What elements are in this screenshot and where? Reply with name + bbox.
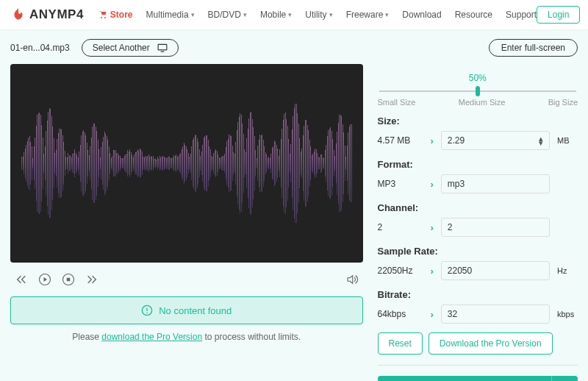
navbar: ANYMP4 Store Multimedia▾ BD/DVD▾ Mobile▾… — [0, 0, 588, 30]
format-label: Format: — [378, 159, 578, 170]
bitrate-input[interactable]: 32 — [441, 305, 550, 324]
slider-thumb[interactable] — [476, 86, 480, 96]
channel-input[interactable]: 2 — [441, 218, 550, 237]
stepper-icon[interactable]: ▴▾ — [539, 136, 543, 145]
action-row: Reset Download the Pro Version — [378, 332, 578, 355]
nav-freeware[interactable]: Freeware▾ — [346, 10, 390, 20]
nav-bddvd[interactable]: BD/DVD▾ — [208, 10, 247, 20]
player-controls — [10, 263, 363, 296]
chevron-down-icon: ▾ — [243, 11, 247, 18]
login-button[interactable]: Login — [537, 6, 580, 24]
save-button[interactable]: Save — [378, 376, 578, 381]
chevron-down-icon: ▾ — [329, 11, 333, 18]
size-label: Size: — [378, 115, 578, 127]
samplerate-row: 22050Hz › 22050 Hz — [378, 261, 578, 280]
samplerate-input[interactable]: 22050 — [441, 261, 550, 280]
select-another-button[interactable]: Select Another — [82, 39, 179, 57]
logo[interactable]: ANYMP4 — [10, 7, 84, 23]
chevron-down-icon: ▾ — [385, 11, 389, 18]
svg-point-7 — [146, 313, 148, 314]
nav-support[interactable]: Support — [506, 10, 537, 20]
channel-row: 2 › 2 — [378, 218, 578, 237]
nav-multimedia[interactable]: Multimedia▾ — [146, 10, 195, 20]
channel-label: Channel: — [378, 202, 578, 213]
nav-menu: Store Multimedia▾ BD/DVD▾ Mobile▾ Utilit… — [98, 10, 537, 20]
arrow-icon: › — [431, 266, 434, 277]
left-panel: No content found Please download the Pro… — [10, 64, 363, 381]
svg-rect-0 — [158, 44, 167, 50]
nav-download[interactable]: Download — [402, 10, 441, 20]
upgrade-note: Please download the Pro Version to proce… — [10, 324, 363, 342]
format-row: MP3 › mp3 — [378, 174, 578, 193]
format-input[interactable]: mp3 — [441, 174, 550, 193]
arrow-icon: › — [431, 309, 434, 320]
slider-labels: Small Size Medium Size Big Size — [378, 98, 578, 107]
svg-rect-4 — [67, 278, 71, 282]
divider — [378, 365, 578, 366]
samplerate-label: Sample Rate: — [378, 246, 578, 257]
volume-button[interactable] — [345, 273, 359, 286]
bitrate-current: 64kbps — [378, 309, 423, 319]
save-history-button[interactable] — [551, 376, 578, 381]
toolbar: 01-en...04.mp3 Select Another Enter full… — [0, 30, 588, 64]
size-current: 4.57 MB — [378, 135, 423, 146]
slider-percent: 50% — [378, 73, 578, 83]
skip-forward-button[interactable] — [85, 273, 98, 286]
waveform — [10, 97, 363, 229]
size-row: 4.57 MB › 2.29▴▾ MB — [378, 131, 578, 150]
slider-track[interactable] — [379, 90, 577, 92]
cart-icon — [98, 10, 107, 19]
arrow-icon: › — [431, 179, 434, 190]
fullscreen-button[interactable]: Enter full-screen — [489, 39, 578, 57]
nav-resource[interactable]: Resource — [455, 10, 492, 20]
stop-button[interactable] — [62, 273, 75, 286]
monitor-icon — [157, 43, 168, 52]
audio-preview — [10, 64, 363, 263]
warning-icon — [141, 305, 153, 316]
filename-label: 01-en...04.mp3 — [10, 43, 70, 53]
nav-store[interactable]: Store — [98, 10, 133, 20]
reset-button[interactable]: Reset — [378, 332, 423, 355]
nav-mobile[interactable]: Mobile▾ — [260, 10, 292, 20]
arrow-icon: › — [431, 135, 434, 146]
chevron-down-icon: ▾ — [288, 11, 292, 18]
play-button[interactable] — [38, 273, 51, 286]
skip-back-button[interactable] — [15, 273, 28, 286]
size-input[interactable]: 2.29▴▾ — [441, 131, 550, 150]
channel-current: 2 — [378, 222, 423, 232]
bitrate-row: 64kbps › 32 kbps — [378, 305, 578, 324]
format-current: MP3 — [378, 179, 423, 189]
download-pro-button[interactable]: Download the Pro Version — [429, 332, 553, 355]
bitrate-label: Bitrate: — [378, 289, 578, 300]
arrow-icon: › — [431, 222, 434, 233]
samplerate-current: 22050Hz — [378, 266, 423, 276]
nav-utility[interactable]: Utility▾ — [305, 10, 332, 20]
flame-icon — [10, 7, 26, 23]
download-pro-link[interactable]: download the Pro Version — [101, 332, 202, 342]
settings-panel: 50% Small Size Medium Size Big Size Size… — [378, 64, 578, 381]
chevron-down-icon: ▾ — [191, 11, 195, 18]
alert-banner: No content found — [10, 296, 363, 324]
main: No content found Please download the Pro… — [0, 64, 588, 381]
size-slider[interactable]: 50% Small Size Medium Size Big Size — [378, 73, 578, 107]
